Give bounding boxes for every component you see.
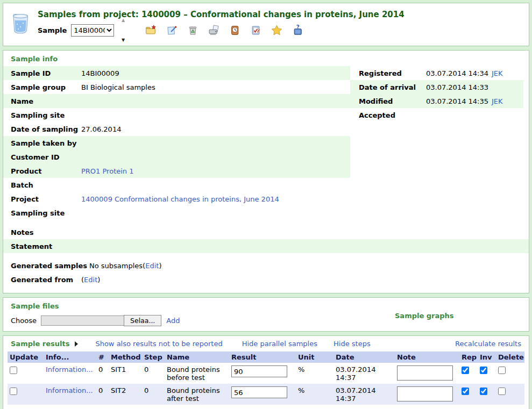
col-result: Result [229,351,296,363]
col-unit: Unit [296,351,334,363]
next-sample-arrow-icon[interactable]: ▼ [122,38,125,42]
col-date: Date [334,351,395,363]
file-path-input[interactable] [41,315,124,326]
project-link[interactable]: 1400009 Conformational changes in protei… [81,195,279,203]
info-row-date-of-arrival: Date of arrival 03.07.2014 14:33 [350,80,523,94]
result-input[interactable] [231,386,287,398]
show-not-reported-link[interactable]: Show also results not to be reported [95,340,222,348]
information-link[interactable]: Information... [46,386,93,394]
field-label: Sample taken by [11,139,81,147]
history-clock-icon[interactable] [229,25,240,36]
field-label: Name [11,97,81,105]
col-name: Name [165,351,229,363]
info-row-sample-group: Sample group BI Biological samples [3,80,350,94]
result-row: Information... 0 SIT2 0 Bound proteins a… [8,384,524,405]
modified-user-link[interactable]: JEK [492,97,503,105]
help-book-icon[interactable]: ? [292,25,303,36]
info-row-modified: Modified 03.07.2014 14:35 JEK [350,94,523,108]
update-checkbox[interactable] [10,388,17,395]
sample-results-panel: Sample results Show also results not to … [3,335,529,409]
field-value: BI Biological samples [81,83,155,91]
info-row-customer-id: Customer ID [3,150,350,164]
sample-info-panel: Sample info Sample ID 14BI00009 Sample g… [3,50,529,293]
name-cell: Bound proteins before test [165,363,229,384]
col-number: # [96,351,109,363]
delete-checkbox[interactable] [498,367,506,374]
delete-checkbox[interactable] [498,388,506,395]
favorites-star-icon[interactable] [271,25,282,36]
previous-sample-arrow-icon[interactable]: ▲ [122,18,125,23]
field-label: Registered [359,69,426,77]
field-label: Sample ID [11,69,81,77]
col-rep: Rep [459,351,478,363]
field-value: 03.07.2014 14:34 [426,69,488,77]
field-label: Notes [11,228,81,236]
field-label: Date of arrival [359,83,426,91]
new-folder-icon[interactable] [145,25,157,36]
info-row-generated-samples: Generated samples No subsamples (Edit) [3,259,523,272]
info-row-sampling-site-2: Sampling site [3,206,350,220]
name-cell: Bound proteins after test [165,384,229,405]
info-row-name: Name [3,94,350,108]
field-label: Generated samples [11,262,89,270]
update-checkbox[interactable] [10,367,17,374]
generated-samples-edit-link[interactable]: Edit [145,262,159,270]
field-label: Project [11,195,81,203]
note-input[interactable] [397,386,453,401]
unit-cell: % [296,363,334,384]
field-label: Sample group [11,83,81,91]
field-label: Accepted [359,111,426,119]
registered-user-link[interactable]: JEK [492,69,503,77]
sample-graphs-heading: Sample graphs [395,312,454,320]
field-value: 03.07.2014 14:33 [426,83,488,91]
step-cell: 0 [142,363,165,384]
inv-checkbox[interactable] [480,367,487,374]
hide-parallel-samples-link[interactable]: Hide parallel samples [242,340,317,348]
col-update: Update [8,351,44,363]
product-link[interactable]: PRO1 Protein 1 [81,167,133,175]
edit-sample-icon[interactable] [166,25,178,36]
info-row-generated-from: Generated from (Edit) [3,272,523,286]
method-cell: SIT1 [109,363,142,384]
svg-text:?: ? [296,25,300,30]
recalculate-results-link[interactable]: Recalculate results [455,340,521,348]
col-delete: Delete [496,351,524,363]
field-value: No subsamples [89,262,143,270]
sign-results-icon[interactable] [250,25,261,36]
toolbar: ? [145,25,303,36]
sample-select[interactable]: 14BI00009 [71,24,114,37]
col-info: Info... [44,351,96,363]
results-table: Update Info... # Method Step Name Result… [8,351,524,405]
result-input[interactable] [231,365,287,377]
paren: ) [159,262,161,270]
field-label: Customer ID [11,153,81,161]
date-cell: 03.07.2014 14:37 [336,365,380,382]
inv-checkbox[interactable] [480,388,487,395]
note-input[interactable] [397,365,453,381]
sample-files-panel: Sample files Choose Selaa... Add Sample … [3,297,529,332]
field-value: 03.07.2014 14:35 [426,97,488,105]
information-link[interactable]: Information... [46,365,93,374]
field-label: Sampling site [11,111,81,119]
info-row-batch: Batch [3,178,350,192]
info-row-product: Product PRO1 Protein 1 [3,164,350,178]
rep-checkbox[interactable] [462,367,469,374]
collapse-arrow-icon[interactable] [75,341,78,347]
sample-results-heading: Sample results [11,340,69,348]
col-step: Step [142,351,165,363]
print-icon[interactable] [208,25,219,36]
info-row-date-of-sampling: Date of sampling 27.06.2014 [3,122,350,136]
info-row-sampling-site: Sampling site [3,108,350,122]
paren: ) [97,276,100,284]
field-value: 14BI00009 [81,69,119,77]
number-cell: 0 [96,384,109,405]
sample-select-label: Sample [38,26,67,34]
sample-beaker-icon [10,12,31,36]
col-note: Note [395,351,459,363]
add-file-link[interactable]: Add [166,317,180,325]
browse-button[interactable]: Selaa... [124,315,161,326]
rep-checkbox[interactable] [462,388,469,395]
trash-icon[interactable] [187,25,198,36]
hide-steps-link[interactable]: Hide steps [334,340,371,348]
generated-from-edit-link[interactable]: Edit [84,276,97,284]
